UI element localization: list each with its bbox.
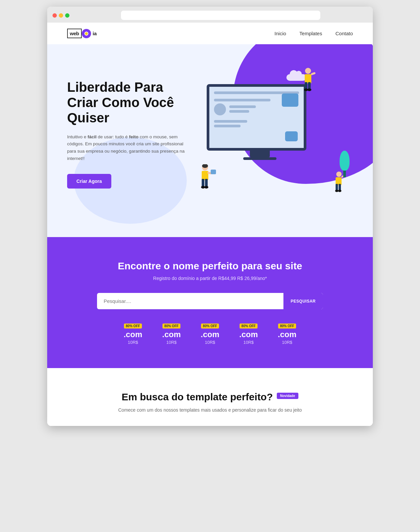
monitor-stand: [250, 151, 270, 157]
ui-circle: [214, 103, 226, 115]
templates-subtitle: Comece com um dos nossos templates mais …: [67, 407, 353, 413]
logo-circle-inner: [84, 32, 88, 36]
domain-search-button[interactable]: PESQUISAR: [283, 293, 323, 309]
domain-name-1: .com: [162, 330, 181, 339]
svg-point-21: [338, 190, 342, 192]
domain-price-4: 10R$: [278, 340, 296, 345]
logo-dot-container: [82, 29, 91, 38]
browser-chrome: [47, 7, 373, 23]
domain-badge-1: 80% OFF: [162, 324, 181, 329]
domain-search-input[interactable]: [97, 293, 283, 309]
hero-description: Intuitivo e fácil de usar: tudo é feito …: [67, 133, 187, 162]
templates-header: Em busca do template perfeito? Novidade: [67, 391, 353, 403]
domain-name-3: .com: [239, 330, 258, 339]
svg-point-0: [305, 68, 311, 74]
domain-item-0: 80% OFF .com 10R$: [124, 323, 142, 345]
svg-rect-9: [202, 171, 208, 180]
url-bar[interactable]: [121, 11, 320, 20]
templates-section: Em busca do template perfeito? Novidade …: [47, 368, 373, 426]
hero-illustration: [193, 64, 353, 204]
domain-price-2: 10R$: [201, 340, 219, 345]
domain-search-bar: PESQUISAR: [97, 293, 323, 309]
domain-section: Encontre o nome perfeito para seu site R…: [47, 237, 373, 368]
svg-rect-3: [308, 82, 311, 89]
ui-line-2: [214, 99, 270, 101]
domain-name-2: .com: [201, 330, 219, 339]
person-bottom-left-figure: [197, 164, 217, 197]
svg-rect-11: [205, 179, 208, 187]
domain-badge-2: 80% OFF: [201, 324, 219, 329]
domain-price-0: 10R$: [124, 340, 142, 345]
ui-blue-sq-1: [282, 93, 298, 107]
monitor-base: [243, 157, 276, 160]
ui-rect-2: [229, 110, 249, 113]
monitor-screen: [207, 84, 306, 151]
logo-wordmark: web: [67, 29, 82, 38]
domain-item-4: 80% OFF .com 10R$: [278, 323, 296, 345]
nav-item-inicio[interactable]: Inicio: [274, 31, 286, 36]
domain-section-subtitle: Registro do domínio a partir de R$44,99 …: [67, 276, 353, 281]
domain-section-title: Encontre o nome perfeito para seu site: [67, 260, 353, 272]
logo-circle-outer: [82, 29, 91, 38]
browser-dots: [52, 13, 69, 18]
templates-title: Em busca do template perfeito?: [122, 391, 273, 403]
monitor-illustration: [207, 84, 313, 164]
domain-item-3: 80% OFF .com 10R$: [239, 323, 258, 345]
logo-text: web: [70, 31, 79, 36]
ui-rect-1: [229, 105, 256, 108]
dot-red[interactable]: [52, 13, 57, 18]
svg-point-20: [335, 190, 339, 192]
domain-name-0: .com: [124, 330, 142, 339]
domain-price-3: 10R$: [239, 340, 258, 345]
svg-rect-6: [311, 72, 316, 75]
hero-section: Liberdade Para Criar Como Você Quiser In…: [47, 44, 373, 237]
page-content: web ia Inicio Templates Contato: [47, 23, 373, 426]
ui-rect-3: [214, 120, 247, 123]
hero-content: Liberdade Para Criar Como Você Quiser In…: [47, 44, 373, 224]
header: web ia Inicio Templates Contato: [47, 23, 373, 44]
domain-price-1: 10R$: [162, 340, 181, 345]
nav-item-contato[interactable]: Contato: [335, 31, 353, 36]
dot-yellow[interactable]: [59, 13, 63, 18]
person-top-figure: [298, 67, 316, 97]
ui-blue-sq-2: [285, 131, 298, 141]
svg-rect-18: [336, 184, 338, 191]
domain-item-2: 80% OFF .com 10R$: [201, 323, 219, 345]
dot-green[interactable]: [65, 13, 69, 18]
logo: web ia: [67, 29, 97, 38]
domain-item-1: 80% OFF .com 10R$: [162, 323, 181, 345]
svg-rect-10: [202, 179, 204, 187]
nav-item-templates[interactable]: Templates: [299, 31, 322, 36]
main-nav: Inicio Templates Contato: [274, 31, 353, 36]
svg-point-5: [307, 88, 311, 91]
criar-agora-button[interactable]: Criar Agora: [67, 174, 111, 189]
domain-badge-4: 80% OFF: [278, 324, 296, 329]
hero-text: Liberdade Para Criar Como Você Quiser In…: [67, 79, 193, 189]
tree-trunk: [343, 171, 346, 177]
domain-name-4: .com: [278, 330, 296, 339]
svg-rect-15: [211, 170, 216, 174]
logo-ia: ia: [93, 31, 97, 36]
svg-point-13: [204, 186, 208, 189]
tree-illustration: [340, 151, 350, 177]
domain-badge-3: 80% OFF: [240, 324, 258, 329]
domain-badge-0: 80% OFF: [124, 324, 142, 329]
svg-rect-19: [339, 184, 341, 191]
domain-list: 80% OFF .com 10R$ 80% OFF .com 10R$ 80% …: [67, 323, 353, 345]
svg-rect-1: [305, 74, 311, 83]
tree-top: [340, 151, 350, 171]
ui-rect-4: [214, 125, 241, 127]
novidade-badge: Novidade: [277, 393, 298, 399]
hero-title: Liberdade Para Criar Como Você Quiser: [67, 79, 193, 125]
svg-rect-2: [305, 82, 307, 89]
